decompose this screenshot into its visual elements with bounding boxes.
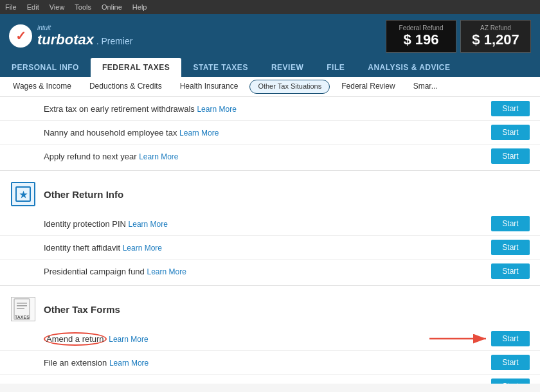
divider-2 [0,285,540,286]
presidential-link[interactable]: Learn More [147,267,186,276]
menu-tools[interactable]: Tools [75,3,91,11]
logo-area: intuit turbotax . Premier [9,24,132,48]
subtab-health[interactable]: Health Insurance [171,77,248,96]
identity-theft-start-btn[interactable]: Start [491,240,530,255]
file-extension-link[interactable]: Learn More [109,359,148,368]
subtab-smart[interactable]: Smar... [404,77,447,96]
federal-refund-box: Federal Refund $ 196 [386,20,456,53]
identity-theft-link[interactable]: Learn More [123,244,162,253]
other-return-info-title: Other Return Info [44,189,123,200]
item-identity-pin: Identity protection PIN Learn More Start [0,212,540,236]
apply-refund-start-btn[interactable]: Start [491,148,530,164]
menu-edit[interactable]: Edit [27,3,39,11]
nanny-link[interactable]: Learn More [179,129,219,138]
intuit-label: intuit [37,24,132,31]
item-nanny: Nanny and household employee tax Learn M… [0,121,540,145]
tab-federal-taxes[interactable]: FEDERAL TAXES [91,58,181,77]
menu-online[interactable]: Online [102,3,122,11]
federal-refund-label: Federal Refund [395,24,447,31]
item-apply-refund: Apply refund to next year Learn More Sta… [0,145,540,168]
refund-boxes: Federal Refund $ 196 AZ Refund $ 1,207 [386,20,531,53]
return-info-icon-graphic: ★ [11,182,35,206]
turbotax-label: turbotax [37,31,94,48]
menu-bar: File Edit View Tools Online Help [0,0,540,14]
subtab-federal-review[interactable]: Federal Review [332,77,404,96]
other-return-info-header: ★ Other Return Info [0,174,540,212]
amend-return-start-btn[interactable]: Start [491,331,530,346]
other-tax-forms-section: TAXES Other Tax Forms Amend a return Lea… [0,289,540,384]
early-retirement-start-btn[interactable]: Start [491,101,530,116]
tax-forms-icon-container: TAXES [10,296,36,322]
top-items-section: Extra tax on early retirement withdrawal… [0,97,540,168]
apply-refund-label: Apply refund to next year Learn More [44,152,179,161]
az-refund-label: AZ Refund [470,24,521,31]
subtab-deductions[interactable]: Deductions & Credits [80,77,171,96]
divider-1 [0,170,540,171]
item-form-w4: Form W-4 and estimated taxes Learn More … [0,375,540,384]
file-extension-start-btn[interactable]: Start [491,355,530,370]
form-w4-start-btn[interactable]: Start [491,379,530,384]
identity-pin-label: Identity protection PIN Learn More [44,219,168,229]
form-w4-label: Form W-4 and estimated taxes Learn More [44,382,200,384]
item-file-extension: File an extension Learn More Start [0,351,540,375]
early-retirement-link[interactable]: Learn More [197,105,236,114]
nanny-start-btn[interactable]: Start [491,125,530,140]
tab-file[interactable]: FILE [315,58,356,77]
svg-text:TAXES: TAXES [15,315,30,319]
subtab-other-tax[interactable]: Other Tax Situations [249,80,330,94]
early-retirement-label: Extra tax on early retirement withdrawal… [44,104,237,114]
identity-pin-start-btn[interactable]: Start [491,216,530,231]
header: intuit turbotax . Premier Federal Refund… [0,14,540,58]
tab-personal-info[interactable]: PERSONAL INFO [0,58,91,77]
svg-rect-4 [17,305,27,307]
svg-rect-5 [17,308,24,309]
az-refund-box: AZ Refund $ 1,207 [460,20,531,53]
item-early-retirement: Extra tax on early retirement withdrawal… [0,97,540,121]
identity-theft-label: Identity theft affidavit Learn More [44,243,162,253]
amend-return-link[interactable]: Learn More [109,335,148,344]
presidential-start-btn[interactable]: Start [491,263,530,279]
file-extension-label: File an extension Learn More [44,358,148,368]
menu-file[interactable]: File [5,3,17,11]
amend-return-label: Amend a return Learn More [44,334,148,344]
subtab-wages[interactable]: Wages & Income [4,77,80,96]
svg-rect-3 [17,303,27,304]
item-amend-return: Amend a return Learn More Start [0,327,540,351]
menu-help[interactable]: Help [132,3,147,11]
tab-review[interactable]: REVIEW [260,58,315,77]
tax-forms-icon-graphic: TAXES [11,297,35,321]
premier-label: . Premier [96,36,133,46]
nanny-label: Nanny and household employee tax Learn M… [44,128,219,138]
logo-text: intuit turbotax . Premier [37,24,132,48]
identity-pin-link[interactable]: Learn More [129,220,168,229]
sub-tabs: Wages & Income Deductions & Credits Heal… [0,77,540,97]
tab-state-taxes[interactable]: STATE TAXES [181,58,260,77]
nav-tabs: PERSONAL INFO FEDERAL TAXES STATE TAXES … [0,58,540,77]
return-info-icon: ★ [10,181,36,207]
menu-view[interactable]: View [50,3,65,11]
svg-text:★: ★ [19,190,28,200]
item-presidential: Presidential campaign fund Learn More St… [0,260,540,283]
presidential-label: Presidential campaign fund Learn More [44,267,186,276]
content-area: Extra tax on early retirement withdrawal… [0,97,540,384]
form-w4-link[interactable]: Learn More [160,382,199,384]
amend-return-text: Amend a return [44,332,107,346]
az-refund-amount: $ 1,207 [470,31,521,48]
other-tax-forms-header: TAXES Other Tax Forms [0,289,540,327]
other-tax-forms-title: Other Tax Forms [44,304,120,315]
federal-refund-amount: $ 196 [395,31,447,48]
turbotax-logo-icon [9,24,32,48]
red-arrow-icon [429,329,494,348]
apply-refund-link[interactable]: Learn More [139,152,178,161]
tab-analysis[interactable]: ANALYSIS & ADVICE [356,58,462,77]
item-identity-theft: Identity theft affidavit Learn More Star… [0,236,540,260]
other-return-info-section: ★ Other Return Info Identity protection … [0,174,540,283]
